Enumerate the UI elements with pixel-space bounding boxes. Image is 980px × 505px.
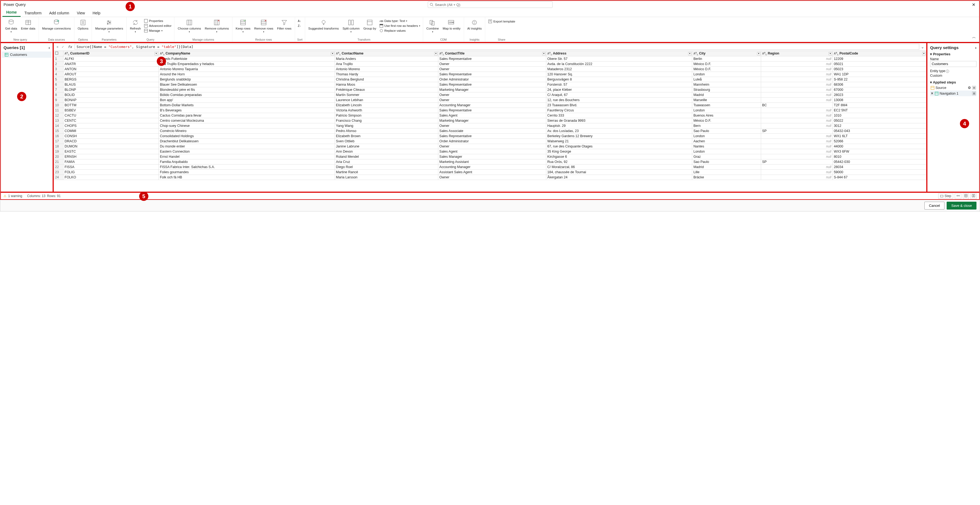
cell[interactable]: London — [692, 72, 761, 77]
cell[interactable]: Madrid — [692, 165, 761, 170]
cell[interactable]: Folies gourmandes — [159, 170, 335, 175]
cell[interactable]: ANTON — [64, 67, 159, 72]
cell[interactable]: London — [692, 133, 761, 139]
enter-data-button[interactable]: Enter data — [20, 18, 37, 31]
row-number[interactable]: 6 — [54, 82, 64, 87]
cell[interactable]: Around the Horn — [159, 72, 335, 77]
row-number[interactable]: 13 — [54, 118, 64, 123]
cell[interactable]: BLAUS — [64, 82, 159, 87]
cell[interactable]: Obere Str. 57 — [546, 56, 692, 62]
cell[interactable]: Cerrito 333 — [546, 113, 692, 118]
suggested-transforms-button[interactable]: Suggested transforms — [307, 18, 340, 31]
cell[interactable]: Eastern Connection — [159, 149, 335, 154]
cell[interactable]: Folk och fä HB — [159, 175, 335, 180]
row-number[interactable]: 4 — [54, 72, 64, 77]
column-header[interactable]: ABC Address▾ — [546, 51, 692, 56]
ai-insights-button[interactable]: AI insights — [466, 18, 483, 31]
cell[interactable]: Berguvsvägen 8 — [546, 77, 692, 82]
table-row[interactable]: 3ANTONAntonio Moreno TaqueríaAntonio Mor… — [54, 67, 926, 72]
row-number[interactable]: 12 — [54, 113, 64, 118]
cell[interactable]: Elizabeth Brown — [335, 133, 438, 139]
cell[interactable]: Christina Berglund — [335, 77, 438, 82]
cell[interactable]: Victoria Ashworth — [335, 108, 438, 113]
row-number[interactable]: 10 — [54, 103, 64, 108]
row-number[interactable]: 20 — [54, 154, 64, 159]
cell[interactable]: null — [761, 98, 832, 103]
cell[interactable]: null — [761, 170, 832, 175]
row-number[interactable]: 24 — [54, 175, 64, 180]
cell[interactable]: Owner — [438, 175, 546, 180]
cell[interactable]: WA1 1DP — [832, 72, 926, 77]
refresh-button[interactable]: Refresh▾ — [129, 18, 142, 33]
grid-view-button[interactable] — [963, 193, 969, 199]
table-row[interactable]: 7BLONPBlondesddsl père et filsFrédérique… — [54, 87, 926, 92]
cell[interactable]: null — [761, 154, 832, 159]
cell[interactable]: Sales Manager — [438, 154, 546, 159]
properties-button[interactable]: Properties — [143, 19, 172, 23]
cell[interactable]: 23 Tsawassen Blvd. — [546, 103, 692, 108]
cell[interactable]: Yang Wang — [335, 123, 438, 129]
cell[interactable]: Owner — [438, 67, 546, 72]
query-item-customers[interactable]: Customers — [2, 51, 51, 58]
cell[interactable]: México D.F. — [692, 62, 761, 67]
row-number[interactable]: 21 — [54, 159, 64, 165]
close-icon[interactable]: ✕ — [969, 2, 978, 8]
column-header[interactable]: ABC Region▾ — [761, 51, 832, 56]
table-row[interactable]: 20ERNSHErnst HandelRoland MendelSales Ma… — [54, 154, 926, 159]
table-row[interactable]: 13CENTCCentro comercial MoctezumaFrancis… — [54, 118, 926, 123]
formula-expand-icon[interactable]: ⌄ — [920, 45, 925, 49]
cell[interactable]: 120 Hanover Sq. — [546, 72, 692, 77]
table-row[interactable]: 18DUMONDu monde entierJanine LabruneOwne… — [54, 144, 926, 149]
column-header[interactable]: ABC CustomerID▾ — [64, 51, 159, 56]
cell[interactable]: Diego Roel — [335, 165, 438, 170]
cell[interactable]: null — [761, 82, 832, 87]
cell[interactable]: null — [761, 149, 832, 154]
cell[interactable]: Mataderos 2312 — [546, 67, 692, 72]
cell[interactable]: 67000 — [832, 87, 926, 92]
row-number[interactable]: 14 — [54, 123, 64, 129]
cell[interactable]: BLONP — [64, 87, 159, 92]
cell[interactable]: null — [761, 144, 832, 149]
cell[interactable]: DUMON — [64, 144, 159, 149]
cell[interactable]: SP — [761, 159, 832, 165]
cancel-button[interactable]: Cancel — [924, 202, 945, 210]
cell[interactable]: London — [692, 108, 761, 113]
cell[interactable]: 05432-043 — [832, 129, 926, 133]
choose-columns-button[interactable]: Choose columns▾ — [177, 18, 202, 33]
filter-dropdown-icon[interactable]: ▾ — [542, 52, 546, 55]
cell[interactable]: Owner — [438, 98, 546, 103]
expand-step-icon[interactable]: ⊞ — [972, 92, 976, 95]
formula-input[interactable]: Source{[Name = "Customers", Signature = … — [75, 44, 919, 49]
cell[interactable]: Buenos Aires — [692, 113, 761, 118]
layout-view-button[interactable] — [970, 193, 977, 199]
cell[interactable]: Blauer See Delikatessen — [159, 82, 335, 87]
cell[interactable]: Åkergatan 24 — [546, 175, 692, 180]
cell[interactable]: Antonio Moreno Taquería — [159, 67, 335, 72]
cell[interactable]: FAMIA — [64, 159, 159, 165]
cell[interactable]: CHOPS — [64, 123, 159, 129]
cell[interactable]: Sales Associate — [438, 129, 546, 133]
cell[interactable]: Accounting Manager — [438, 165, 546, 170]
cell[interactable]: null — [761, 123, 832, 129]
cell[interactable]: Marketing Manager — [438, 87, 546, 92]
cell[interactable]: null — [761, 139, 832, 144]
table-row[interactable]: 16CONSHConsolidated HoldingsElizabeth Br… — [54, 133, 926, 139]
cell[interactable]: 12209 — [832, 56, 926, 62]
first-row-headers-button[interactable]: Use first row as headers ▾ — [379, 24, 421, 28]
cell[interactable]: null — [761, 165, 832, 170]
column-header[interactable]: ABC City▾ — [692, 51, 761, 56]
cell[interactable]: Forsterstr. 57 — [546, 82, 692, 87]
cell[interactable]: 52066 — [832, 139, 926, 144]
cell[interactable]: WX1 6LT — [832, 133, 926, 139]
row-number[interactable]: 2 — [54, 62, 64, 67]
manage-button[interactable]: Manage ▾ — [143, 29, 172, 33]
cell[interactable]: Sales Representative — [438, 56, 546, 62]
cell[interactable]: 184, chaussée de Tournai — [546, 170, 692, 175]
tab-home[interactable]: Home — [2, 8, 21, 17]
cell[interactable]: Martín Sommer — [335, 92, 438, 98]
cell[interactable]: BSBEV — [64, 108, 159, 113]
table-row[interactable]: 6BLAUSBlauer See DelikatessenHanna MoosS… — [54, 82, 926, 87]
table-row[interactable]: 10BOTTMBottom-Dollar MarketsElizabeth Li… — [54, 103, 926, 108]
cell[interactable]: 24, place Kléber — [546, 87, 692, 92]
step-navigation[interactable]: ✕ Navigation 1 ⊞ — [930, 91, 977, 96]
